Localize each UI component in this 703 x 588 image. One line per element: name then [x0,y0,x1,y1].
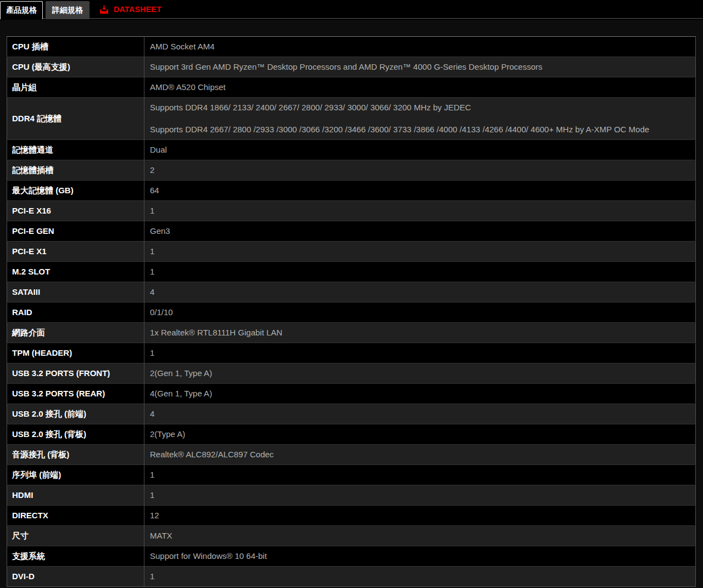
spec-value: 64 [144,181,696,201]
spec-row: PCI-E GEN Gen3 [7,221,696,242]
spec-value: 1 [144,485,696,506]
spec-label: 晶片組 [7,77,144,98]
spec-row: 網路介面 1x Realtek® RTL8111H Gigabit LAN [7,323,696,343]
spec-row: USB 3.2 PORTS (REAR) 4(Gen 1, Type A) [7,384,696,404]
spec-tabbar: 產品規格 詳細規格 DATASHEET [0,0,703,20]
spec-label: SATAIII [7,282,144,303]
spec-label: 序列埠 (前端) [7,465,144,485]
spec-value: Support for Windows® 10 64-bit [144,546,696,567]
spec-label: 支援系統 [7,546,144,567]
spec-label: CPU 插槽 [7,37,144,57]
spec-label: 最大記憶體 (GB) [7,181,144,201]
spec-row: CPU 插槽 AMD Socket AM4 [7,37,696,57]
spec-label: M.2 SLOT [7,262,144,282]
spec-value: 1 [144,567,696,587]
spec-row: USB 3.2 PORTS (FRONT) 2(Gen 1, Type A) [7,363,696,384]
spec-row: 最大記憶體 (GB) 64 [7,181,696,201]
spec-value: 1 [144,465,696,485]
spec-label: RAID [7,303,144,323]
download-icon [99,5,109,14]
spec-value: Gen3 [144,221,696,242]
spec-row: 音源接孔 (背板) Realtek® ALC892/ALC897 Codec [7,445,696,465]
spec-value: 4(Gen 1, Type A) [144,384,696,404]
spec-row: 記憶體插槽 2 [7,160,696,181]
tab-product-spec[interactable]: 產品規格 [0,1,43,19]
spec-value: 1 [144,201,696,221]
spec-value: AMD® A520 Chipset [144,77,696,98]
spec-label: USB 3.2 PORTS (REAR) [7,384,144,404]
spec-value: 1x Realtek® RTL8111H Gigabit LAN [144,323,696,343]
spec-row: HDMI 1 [7,485,696,506]
spec-value: 2 [144,160,696,181]
tab-detailed-spec[interactable]: 詳細規格 [46,1,90,19]
spec-label: 音源接孔 (背板) [7,445,144,465]
spec-row: 記憶體通道 Dual [7,140,696,160]
spec-label: CPU (最高支援) [7,57,144,77]
spec-value: MATX [144,526,696,546]
spec-table: CPU 插槽 AMD Socket AM4 CPU (最高支援) Support… [7,36,696,587]
spec-label: 網路介面 [7,323,144,343]
spec-label: PCI-E X16 [7,201,144,221]
spec-value: 1 [144,262,696,282]
spec-label: 記憶體插槽 [7,160,144,181]
spec-label: TPM (HEADER) [7,343,144,363]
spec-row: SATAIII 4 [7,282,696,303]
spec-value: Supports DDR4 1866/ 2133/ 2400/ 2667/ 28… [144,98,696,140]
spec-value: 0/1/10 [144,303,696,323]
spec-row: CPU (最高支援) Support 3rd Gen AMD Ryzen™ De… [7,57,696,77]
datasheet-link[interactable]: DATASHEET [99,5,161,14]
spec-content: CPU 插槽 AMD Socket AM4 CPU (最高支援) Support… [0,20,703,587]
spec-row: 序列埠 (前端) 1 [7,465,696,485]
spec-row: USB 2.0 接孔 (前端) 4 [7,404,696,424]
spec-row: PCI-E X16 1 [7,201,696,221]
spec-label: HDMI [7,485,144,506]
spec-value: 12 [144,506,696,526]
spec-value: 2(Gen 1, Type A) [144,363,696,384]
spec-row: 晶片組 AMD® A520 Chipset [7,77,696,98]
spec-row: 尺寸 MATX [7,526,696,546]
spec-table-body: CPU 插槽 AMD Socket AM4 CPU (最高支援) Support… [7,37,696,587]
spec-row: M.2 SLOT 1 [7,262,696,282]
spec-row: 支援系統 Support for Windows® 10 64-bit [7,546,696,567]
spec-label: PCI-E GEN [7,221,144,242]
spec-label: USB 2.0 接孔 (前端) [7,404,144,424]
spec-row: DVI-D 1 [7,567,696,587]
spec-label: DDR4 記憶體 [7,98,144,140]
spec-value: 1 [144,242,696,262]
spec-label: PCI-E X1 [7,242,144,262]
spec-label: USB 3.2 PORTS (FRONT) [7,363,144,384]
tabbar-underline [0,18,703,19]
spec-value: AMD Socket AM4 [144,37,696,57]
spec-value: Support 3rd Gen AMD Ryzen™ Desktop Proce… [144,57,696,77]
spec-value: Realtek® ALC892/ALC897 Codec [144,445,696,465]
spec-label: DVI-D [7,567,144,587]
spec-value: 1 [144,343,696,363]
spec-row: DIRECTX 12 [7,506,696,526]
spec-row: RAID 0/1/10 [7,303,696,323]
spec-label: USB 2.0 接孔 (背板) [7,424,144,445]
spec-value: 4 [144,404,696,424]
spec-row: TPM (HEADER) 1 [7,343,696,363]
datasheet-label: DATASHEET [114,5,161,14]
spec-row: PCI-E X1 1 [7,242,696,262]
spec-label: 記憶體通道 [7,140,144,160]
spec-label: 尺寸 [7,526,144,546]
spec-row: DDR4 記憶體 Supports DDR4 1866/ 2133/ 2400/… [7,98,696,140]
spec-row: USB 2.0 接孔 (背板) 2(Type A) [7,424,696,445]
spec-value: 2(Type A) [144,424,696,445]
spec-value: 4 [144,282,696,303]
spec-value: Dual [144,140,696,160]
spec-label: DIRECTX [7,506,144,526]
